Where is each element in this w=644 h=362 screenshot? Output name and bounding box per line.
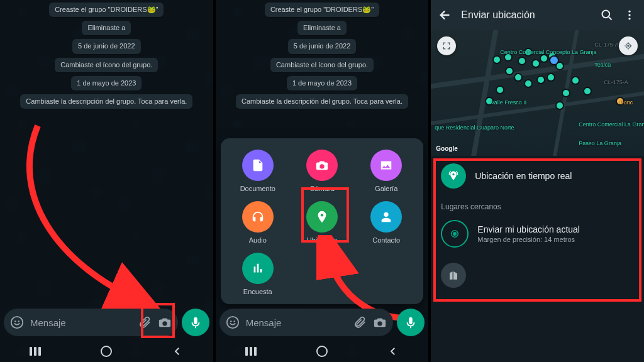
sys-msg: 5 de junio de 2022 xyxy=(288,39,357,53)
nav-back[interactable] xyxy=(385,343,401,359)
attach-gallery[interactable]: Galería xyxy=(354,150,418,192)
nav-home[interactable] xyxy=(98,343,114,359)
svg-point-13 xyxy=(317,346,327,356)
building-icon xyxy=(441,263,466,288)
svg-point-8 xyxy=(230,321,231,322)
svg-point-17 xyxy=(628,18,630,19)
system-messages: Creaste el grupo "DROIDERS🐸" Eliminaste … xyxy=(0,3,213,109)
nav-back[interactable] xyxy=(169,343,186,359)
camera-icon[interactable] xyxy=(373,315,387,329)
sys-msg: Cambiaste la descripción del grupo. Toca… xyxy=(20,94,192,109)
attach-label: Ubicación xyxy=(307,236,337,244)
attach-label: Documento xyxy=(240,185,275,192)
message-box[interactable]: Mensaje xyxy=(4,309,178,336)
svg-point-14 xyxy=(602,11,610,18)
location-topbar: Enviar ubicación xyxy=(431,0,644,30)
more-icon[interactable] xyxy=(623,8,636,22)
message-placeholder: Mensaje xyxy=(30,317,131,328)
attach-icon[interactable] xyxy=(353,315,367,329)
section-nearby: Lugares cercanos xyxy=(431,196,644,212)
emoji-icon[interactable] xyxy=(10,315,24,329)
sys-msg: Eliminaste a xyxy=(82,21,131,35)
sys-msg: 1 de mayo de 2023 xyxy=(287,76,357,90)
sys-msg: Eliminaste a xyxy=(297,21,347,35)
sys-msg: 5 de junio de 2022 xyxy=(72,39,141,53)
screen-send-location: Enviar ubicación Centro Comercial Concep… xyxy=(431,0,644,362)
attach-label: Audio xyxy=(249,236,267,244)
svg-point-1 xyxy=(14,321,16,322)
location-options: Ubicación en tiempo real Lugares cercano… xyxy=(431,156,644,362)
option-title: Ubicación en tiempo real xyxy=(475,171,572,181)
svg-point-21 xyxy=(453,233,457,236)
map-attribution: Google xyxy=(436,145,457,152)
svg-point-16 xyxy=(628,14,630,16)
attach-label: Encuesta xyxy=(243,288,272,295)
nav-recents[interactable] xyxy=(243,343,259,359)
svg-rect-12 xyxy=(254,347,257,356)
svg-point-9 xyxy=(233,321,235,322)
svg-point-6 xyxy=(101,346,111,356)
message-placeholder: Mensaje xyxy=(246,317,347,328)
svg-point-15 xyxy=(628,11,630,13)
screen-chat: Creaste el grupo "DROIDERS🐸" Eliminaste … xyxy=(0,0,213,362)
attach-document[interactable]: Documento xyxy=(226,150,290,192)
svg-point-19 xyxy=(628,45,629,47)
camera-icon[interactable] xyxy=(158,315,172,329)
sys-msg: 1 de mayo de 2023 xyxy=(71,76,142,90)
svg-point-0 xyxy=(11,317,23,328)
attach-icon[interactable] xyxy=(138,315,152,329)
sys-msg: Cambiaste la descripción del grupo. Toca… xyxy=(236,94,408,109)
attach-poll[interactable]: Encuesta xyxy=(226,253,290,295)
svg-rect-11 xyxy=(250,347,252,356)
option-place[interactable] xyxy=(431,255,644,295)
attach-label: Contacto xyxy=(372,236,400,244)
svg-rect-10 xyxy=(245,347,248,356)
sys-msg: Cambiaste el ícono del grupo. xyxy=(55,58,158,72)
option-subtitle: Margen de precisión: 14 metros xyxy=(477,236,580,243)
attach-audio[interactable]: Audio xyxy=(226,201,290,244)
target-icon xyxy=(441,220,469,248)
sys-msg: Cambiaste el ícono del grupo. xyxy=(270,58,374,72)
message-input-bar: Mensaje xyxy=(4,308,209,337)
mic-button[interactable] xyxy=(397,309,425,336)
sys-msg: Creaste el grupo "DROIDERS🐸" xyxy=(49,3,164,17)
back-icon[interactable] xyxy=(438,8,452,22)
map-mylocation-button[interactable] xyxy=(619,36,638,55)
attach-location[interactable]: Ubicación xyxy=(290,201,354,244)
svg-point-2 xyxy=(18,321,19,322)
svg-rect-5 xyxy=(38,347,41,356)
page-title: Enviar ubicación xyxy=(461,9,591,21)
attachment-sheet: Documento Cámara Galería Audio Ubicación… xyxy=(221,138,424,304)
map-fullscreen-button[interactable] xyxy=(437,36,456,55)
message-input-bar: Mensaje xyxy=(219,308,425,337)
option-current-location[interactable]: Enviar mi ubicación actual Margen de pre… xyxy=(431,212,644,255)
search-icon[interactable] xyxy=(600,8,614,22)
attach-label: Cámara xyxy=(309,185,334,192)
attach-contact[interactable]: Contacto xyxy=(354,201,418,244)
android-navbar xyxy=(0,341,213,362)
android-navbar xyxy=(216,341,429,362)
mic-button[interactable] xyxy=(182,309,209,336)
option-live-location[interactable]: Ubicación en tiempo real xyxy=(431,156,644,196)
screen-attach-sheet: Creaste el grupo "DROIDERS🐸" Eliminaste … xyxy=(216,0,429,362)
attach-camera[interactable]: Cámara xyxy=(290,150,354,192)
svg-point-7 xyxy=(227,317,238,328)
live-location-icon xyxy=(441,163,466,189)
nav-home[interactable] xyxy=(314,343,330,359)
svg-rect-4 xyxy=(34,347,36,356)
attach-label: Galería xyxy=(375,185,397,192)
message-box[interactable]: Mensaje xyxy=(219,309,394,336)
sys-msg: Creaste el grupo "DROIDERS🐸" xyxy=(265,3,379,17)
svg-rect-3 xyxy=(30,347,32,356)
system-messages: Creaste el grupo "DROIDERS🐸" Eliminaste … xyxy=(216,3,429,109)
emoji-icon[interactable] xyxy=(226,315,240,329)
nav-recents[interactable] xyxy=(27,343,43,359)
option-title: Enviar mi ubicación actual xyxy=(477,224,580,234)
map-view[interactable]: Centro Comercial Concepto La GranjaTealc… xyxy=(431,30,644,156)
